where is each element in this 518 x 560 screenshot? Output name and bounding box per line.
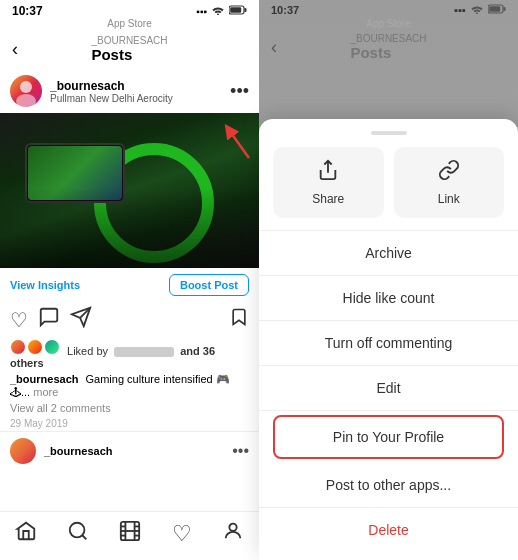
svg-point-4: [16, 94, 36, 107]
post-to-other-apps-button[interactable]: Post to other apps...: [259, 463, 518, 507]
link-button[interactable]: Link: [394, 147, 505, 218]
comment-more-button[interactable]: •••: [232, 442, 249, 460]
caption-username: _bournesach: [10, 373, 78, 385]
link-icon: [438, 159, 460, 186]
archive-button[interactable]: Archive: [259, 231, 518, 275]
post-image: [0, 113, 259, 268]
svg-rect-2: [245, 8, 247, 12]
battery-icon: [229, 5, 247, 17]
svg-rect-1: [230, 7, 241, 13]
edit-button[interactable]: Edit: [259, 366, 518, 410]
right-signal-icon: ▪▪▪: [454, 4, 466, 16]
header-title: Posts: [91, 46, 167, 63]
svg-rect-21: [504, 7, 506, 11]
nav-search-button[interactable]: [67, 520, 89, 548]
delete-button[interactable]: Delete: [259, 508, 518, 552]
post-header: _bournesach Pullman New Delhi Aerocity •…: [0, 69, 259, 113]
left-status-icons: ▪▪▪: [196, 5, 247, 17]
signal-icon: ▪▪▪: [196, 6, 207, 17]
svg-point-18: [229, 524, 236, 531]
right-header-area: 10:37 ▪▪▪ App Store ‹ _BOURNESACH Posts: [259, 0, 518, 67]
nav-home-button[interactable]: [15, 520, 37, 548]
likes-avatars: [10, 339, 60, 355]
left-panel: 10:37 ▪▪▪ App Store ‹ _BOURNESACH Posts …: [0, 0, 259, 560]
post-location: Pullman New Delhi Aerocity: [50, 93, 230, 104]
svg-rect-20: [489, 6, 500, 12]
bottom-nav: ♡: [0, 511, 259, 560]
svg-line-5: [229, 130, 249, 158]
insights-row: View Insights Boost Post: [0, 268, 259, 302]
commenter-avatar: [10, 438, 36, 464]
left-header: ‹ _BOURNESACH Posts: [0, 29, 259, 69]
share-icon: [317, 159, 339, 186]
pin-to-profile-button[interactable]: Pin to Your Profile: [273, 415, 504, 459]
right-panel: 10:37 ▪▪▪ App Store ‹ _BOURNESACH Posts: [259, 0, 518, 560]
comment-input-row: _bournesach •••: [0, 431, 259, 470]
sheet-handle: [371, 131, 407, 135]
liker-avatar-1: [10, 339, 26, 355]
sheet-divider-5: [259, 410, 518, 411]
svg-point-8: [70, 523, 85, 538]
action-row: ♡: [0, 302, 259, 337]
view-insights-button[interactable]: View Insights: [10, 279, 80, 291]
boost-post-button[interactable]: Boost Post: [169, 274, 249, 296]
liker-avatar-3: [44, 339, 60, 355]
nav-heart-button[interactable]: ♡: [172, 521, 192, 547]
post-user-info: _bournesach Pullman New Delhi Aerocity: [50, 79, 230, 104]
right-status-bar: 10:37 ▪▪▪: [259, 0, 518, 18]
view-comments-link[interactable]: View all 2 comments: [0, 400, 259, 416]
likes-row: Liked by and 36 others: [0, 337, 259, 371]
post-username: _bournesach: [50, 79, 230, 93]
share-button[interactable]: Share: [273, 147, 384, 218]
red-arrow: [204, 118, 254, 168]
right-header-username: _BOURNESACH: [350, 33, 426, 44]
like-button[interactable]: ♡: [10, 308, 28, 332]
liker-avatar-2: [27, 339, 43, 355]
right-battery-icon: [488, 4, 506, 16]
right-header: ‹ _BOURNESACH Posts: [259, 29, 518, 67]
commenter-username: _bournesach: [44, 445, 112, 457]
liked-user-bar: [114, 347, 174, 357]
post-date: 29 May 2019: [0, 416, 259, 431]
link-label: Link: [438, 192, 460, 206]
share-label: Share: [312, 192, 344, 206]
back-button[interactable]: ‹: [12, 39, 18, 60]
nav-profile-button[interactable]: [222, 520, 244, 548]
comment-button[interactable]: [38, 306, 60, 333]
right-wifi-icon: [470, 4, 484, 16]
bookmark-button[interactable]: [229, 306, 249, 333]
turn-off-commenting-button[interactable]: Turn off commenting: [259, 321, 518, 365]
share-link-row: Share Link: [259, 147, 518, 230]
svg-line-9: [83, 535, 87, 539]
left-app-label: App Store: [0, 18, 259, 29]
header-username: _BOURNESACH: [91, 35, 167, 46]
right-header-title: Posts: [350, 44, 426, 61]
svg-point-3: [20, 81, 32, 93]
right-app-label: App Store: [259, 18, 518, 29]
right-time: 10:37: [271, 4, 299, 16]
right-status-icons: ▪▪▪: [454, 4, 506, 16]
left-status-bar: 10:37 ▪▪▪: [0, 0, 259, 20]
share-button[interactable]: [70, 306, 92, 333]
post-more-button[interactable]: •••: [230, 82, 249, 100]
right-back-button[interactable]: ‹: [271, 37, 277, 58]
caption-row: _bournesach Gaming culture intensified 🎮…: [0, 371, 259, 400]
left-time: 10:37: [12, 4, 43, 18]
hands-overlay: [0, 188, 259, 268]
hide-like-count-button[interactable]: Hide like count: [259, 276, 518, 320]
caption-more[interactable]: more: [33, 386, 58, 398]
wifi-icon: [211, 5, 225, 17]
nav-reels-button[interactable]: [119, 520, 141, 548]
bottom-sheet: Share Link Archive Hide like count Turn …: [259, 119, 518, 560]
post-avatar: [10, 75, 42, 107]
